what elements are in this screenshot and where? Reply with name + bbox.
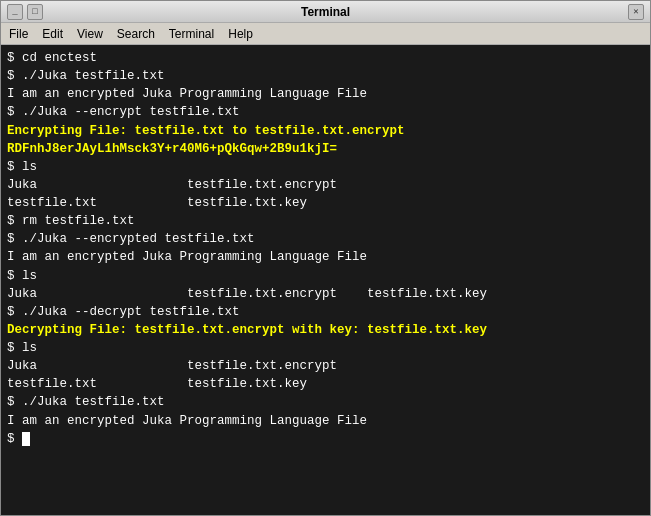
menu-search[interactable]: Search	[111, 25, 161, 43]
title-bar-left-controls: _ □	[7, 4, 43, 20]
terminal-line: $ ./Juka testfile.txt	[7, 67, 644, 85]
menu-bar: File Edit View Search Terminal Help	[1, 23, 650, 45]
close-button[interactable]: ✕	[628, 4, 644, 20]
terminal-output[interactable]: $ cd enctest$ ./Juka testfile.txtI am an…	[1, 45, 650, 515]
terminal-line: I am an encrypted Juka Programming Langu…	[7, 248, 644, 266]
menu-help[interactable]: Help	[222, 25, 259, 43]
window-title: Terminal	[301, 5, 350, 19]
terminal-line: Juka testfile.txt.encrypt testfile.txt.k…	[7, 285, 644, 303]
menu-file[interactable]: File	[3, 25, 34, 43]
terminal-line: testfile.txt testfile.txt.key	[7, 194, 644, 212]
terminal-line: Juka testfile.txt.encrypt	[7, 176, 644, 194]
terminal-line: $ cd enctest	[7, 49, 644, 67]
terminal-line: I am an encrypted Juka Programming Langu…	[7, 85, 644, 103]
terminal-line: $ ls	[7, 339, 644, 357]
terminal-line: I am an encrypted Juka Programming Langu…	[7, 412, 644, 430]
terminal-line: Encrypting File: testfile.txt to testfil…	[7, 122, 644, 140]
terminal-line: $ ./Juka --encrypted testfile.txt	[7, 230, 644, 248]
menu-edit[interactable]: Edit	[36, 25, 69, 43]
terminal-line: $ ./Juka testfile.txt	[7, 393, 644, 411]
menu-view[interactable]: View	[71, 25, 109, 43]
title-bar: _ □ Terminal ✕	[1, 1, 650, 23]
terminal-cursor	[22, 432, 30, 446]
terminal-line: $ ls	[7, 158, 644, 176]
terminal-window: _ □ Terminal ✕ File Edit View Search Ter…	[0, 0, 651, 516]
terminal-line: Decrypting File: testfile.txt.encrypt wi…	[7, 321, 644, 339]
terminal-line: $ ./Juka --encrypt testfile.txt	[7, 103, 644, 121]
title-bar-right-controls: ✕	[628, 4, 644, 20]
terminal-line: Juka testfile.txt.encrypt	[7, 357, 644, 375]
minimize-button[interactable]: _	[7, 4, 23, 20]
maximize-button[interactable]: □	[27, 4, 43, 20]
terminal-line: $	[7, 430, 644, 448]
terminal-line: RDFnhJ8erJAyL1hMsck3Y+r40M6+pQkGqw+2B9u1…	[7, 140, 644, 158]
terminal-line: $ ./Juka --decrypt testfile.txt	[7, 303, 644, 321]
menu-terminal[interactable]: Terminal	[163, 25, 220, 43]
terminal-line: testfile.txt testfile.txt.key	[7, 375, 644, 393]
terminal-line: $ rm testfile.txt	[7, 212, 644, 230]
terminal-line: $ ls	[7, 267, 644, 285]
